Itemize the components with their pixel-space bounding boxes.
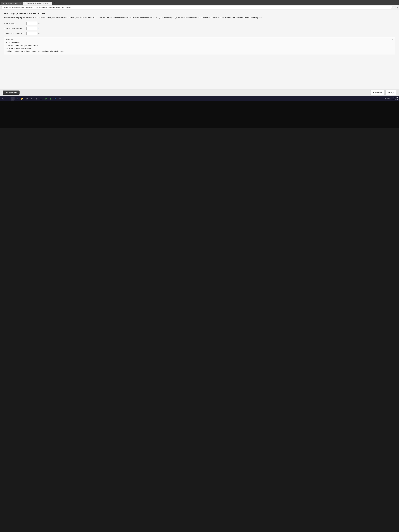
browser-menu-icon[interactable]: ⊡ [396,6,398,9]
pinned-app-1-icon[interactable]: ⊞ [25,97,29,101]
check-my-work-section-label[interactable]: Check My Work [6,42,393,44]
pinned-app-2-icon[interactable]: $ [35,97,38,101]
nav-buttons: ❮ Previous Next ❯ [370,90,396,95]
tab-1-close[interactable]: ✕ [20,3,21,4]
investment-turnover-check-icon: ✓ [38,27,40,30]
feedback-item-b: b. Divide sales by invested assets. [6,47,393,49]
tray-volume-icon[interactable]: ⚙ [388,98,390,100]
settings-icon[interactable]: ⚙ [58,97,62,101]
return-on-investment-input[interactable] [26,32,37,35]
tab-bar: 2020FA-ACCT-2302-5 ✕ CengageNOWv2 | Onli… [1,1,398,5]
dark-background-area [0,101,399,128]
question-body: Bustamante Company has income from opera… [4,16,395,19]
system-tray: ? ^ ⊡ ⚙ [384,98,390,100]
tab-2-label: CengageNOWv2 | Online teachin [25,2,48,4]
taskbar: ⊞ ○ ⊡ e 📁 ⊞ a $ ▬ ◉ ◉ W ⚙ ? ^ ⊡ ⚙ 2:13 A… [0,96,399,101]
question-title: Profit Margin, Investment Turnover, and … [4,12,395,14]
clock-date: 12/11/2020 [390,99,398,101]
investment-turnover-input[interactable] [26,27,37,30]
address-bar: ☆ ⊡ [0,5,399,10]
taskbar-left: ⊞ ○ ⊡ e 📁 ⊞ a $ ▬ ◉ ◉ W ⚙ [1,97,62,101]
tab-1-label: 2020FA-ACCT-2302-5 [3,2,19,4]
bottom-bar: Check My Work ❮ Previous Next ❯ [0,89,399,96]
pinned-app-3-icon[interactable]: ▬ [39,97,43,101]
check-my-work-button[interactable]: Check My Work [3,90,19,95]
feedback-box: Feedback ▽ Check My Work a. Divide incom… [4,37,395,54]
previous-button[interactable]: ❮ Previous [370,90,385,95]
chrome-icon[interactable]: ◉ [44,97,48,101]
edge-icon[interactable]: e [16,97,19,101]
taskbar-right: ? ^ ⊡ ⚙ 2:13 AM 12/11/2020 [384,97,398,101]
tray-chevron-icon[interactable]: ^ [385,98,386,100]
tray-network-icon[interactable]: ⊡ [386,98,388,100]
form-label-c: c. Return on investment [4,32,25,34]
form-row-a: a. Profit margin % [4,22,395,25]
browser-chrome: 2020FA-ACCT-2302-5 ✕ CengageNOWv2 | Onli… [0,0,399,5]
search-icon[interactable]: ○ [6,97,10,101]
profit-margin-input[interactable] [26,22,37,25]
feedback-title: Feedback [6,39,393,40]
form-label-a: a. Profit margin [4,22,25,24]
clock-time: 2:13 AM [390,97,398,99]
tab-2[interactable]: CengageNOWv2 | Online teachin ✕ [23,2,52,5]
form-row-b: b. Investment turnover ✓ [4,27,395,30]
pinned-app-a-icon[interactable]: a [30,97,33,101]
tab-1[interactable]: 2020FA-ACCT-2302-5 ✕ [1,2,23,5]
page-content: Profit Margin, Investment Turnover, and … [0,10,399,89]
next-button[interactable]: Next ❯ [385,90,396,95]
tray-help-icon[interactable]: ? [384,98,385,100]
question-body-text: Bustamante Company has income from opera… [4,17,225,19]
profit-margin-unit: % [38,22,40,24]
feedback-item-c: c. Multiply (a) and (b), or divide incom… [6,50,393,52]
task-view-icon[interactable]: ⊡ [11,97,14,101]
word-icon[interactable]: W [54,97,57,101]
feedback-filter-icon[interactable]: ▽ [392,38,394,40]
form-row-c: c. Return on investment % [4,32,395,35]
tab-2-close[interactable]: ✕ [49,3,51,4]
address-input[interactable] [1,6,392,9]
return-on-investment-unit: % [38,32,40,34]
form-label-b: b. Investment turnover [4,27,25,29]
file-explorer-icon[interactable]: 📁 [20,97,24,101]
bookmark-star-icon[interactable]: ☆ [393,6,395,9]
next-chevron-icon: ❯ [392,91,394,94]
start-button[interactable]: ⊞ [1,97,5,101]
system-clock[interactable]: 2:13 AM 12/11/2020 [390,97,398,101]
chrome-2-icon[interactable]: ◉ [49,97,52,101]
previous-chevron-icon: ❮ [373,91,374,94]
question-body-emphasis: Round your answers to one decimal place. [225,17,263,19]
feedback-item-a: a. Divide income from operations by sale… [6,44,393,47]
new-tab-button[interactable]: + [52,1,56,5]
